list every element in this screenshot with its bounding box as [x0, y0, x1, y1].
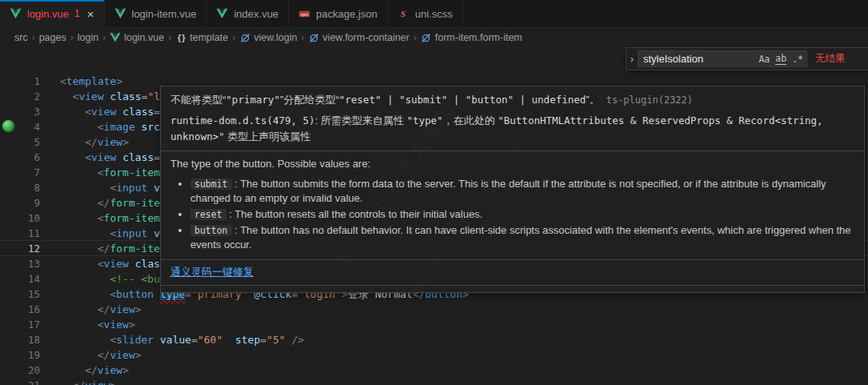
- svg-text:S: S: [401, 9, 406, 18]
- find-input-box: Aa ab .*: [638, 50, 807, 67]
- chevron-right-icon: ›: [232, 32, 235, 43]
- line-number[interactable]: 13: [0, 256, 40, 271]
- chevron-right-icon: ›: [168, 32, 171, 43]
- code-text: <form-item: [60, 165, 160, 180]
- code-text: </view>: [60, 302, 142, 317]
- symbol-icon: [308, 32, 319, 43]
- error-hover-tooltip: 不能将类型“"primary"”分配给类型“"reset" | "submit"…: [160, 86, 865, 293]
- line-number[interactable]: 3: [0, 104, 40, 119]
- image-preview-gutter-icon[interactable]: [2, 120, 14, 132]
- chevron-right-icon: ›: [102, 32, 106, 43]
- line-number[interactable]: 15: [0, 287, 40, 302]
- line-number[interactable]: 9: [0, 195, 40, 211]
- tab-uni.scss[interactable]: Suni.scss: [388, 0, 463, 27]
- vscode-window: login.vue1×login-item.vueindex.vuenpmpac…: [0, 0, 868, 385]
- hover-error-message: 不能将类型“"primary"”分配给类型“"reset" | "submit"…: [161, 86, 864, 150]
- line-number[interactable]: 10: [0, 211, 40, 226]
- breadcrumb-item-src[interactable]: src: [14, 32, 28, 43]
- code-text: <input v: [60, 226, 160, 241]
- code-text: <view class=: [60, 104, 160, 119]
- doc-bullet-button: button : The button has no default behav…: [190, 223, 854, 252]
- code-text: </view>: [60, 134, 129, 150]
- inline-code-chip: button: [190, 225, 232, 236]
- line-number[interactable]: 6: [0, 150, 40, 165]
- sass-icon: S: [398, 8, 410, 20]
- inline-code-chip: submit: [190, 178, 232, 190]
- code-text: <input v: [60, 180, 160, 195]
- line-number[interactable]: 17: [0, 317, 40, 332]
- vue-icon: [114, 8, 126, 20]
- code-text: <view class=: [60, 150, 160, 165]
- error-source-code: ts-plugin(2322): [606, 94, 693, 106]
- code-text: <image src: [60, 119, 160, 134]
- line-number[interactable]: 8: [0, 180, 40, 195]
- chevron-right-icon: ›: [301, 32, 304, 43]
- code-line[interactable]: 17<view>: [0, 317, 868, 332]
- tab-label: login.vue: [27, 8, 69, 20]
- code-text: </view>: [60, 347, 142, 363]
- braces-icon: { }: [175, 32, 186, 43]
- line-number[interactable]: 16: [0, 302, 40, 317]
- line-number[interactable]: 2: [0, 89, 40, 104]
- match-case-icon[interactable]: Aa: [758, 54, 770, 65]
- code-line[interactable]: 20</view>: [0, 363, 868, 378]
- tab-login-item.vue[interactable]: login-item.vue: [105, 0, 207, 27]
- find-results-text: 无结果: [815, 52, 846, 66]
- tab-index.vue[interactable]: index.vue: [206, 0, 289, 27]
- svg-text:npm: npm: [301, 13, 308, 17]
- code-line[interactable]: 18<slider value="60" step="5" />: [0, 332, 868, 347]
- tab-package.json[interactable]: npmpackage.json: [289, 0, 388, 27]
- whole-word-icon[interactable]: ab: [775, 53, 786, 65]
- line-number[interactable]: 21: [0, 378, 40, 385]
- code-line[interactable]: 16</view>: [0, 302, 868, 317]
- breadcrumb-item-login[interactable]: login: [78, 32, 98, 43]
- line-number[interactable]: 12: [0, 241, 40, 256]
- close-icon[interactable]: ×: [87, 8, 94, 20]
- docs-intro: The type of the button. Possible values …: [170, 157, 854, 171]
- find-widget: › Aa ab .* 无结果: [626, 47, 868, 70]
- code-text: </view>: [60, 378, 116, 385]
- vue-icon: [10, 8, 22, 20]
- tab-login.vue[interactable]: login.vue1×: [0, 0, 105, 27]
- ai-quick-fix-link[interactable]: 通义灵码一键修复: [170, 266, 254, 278]
- problems-badge: 1: [74, 8, 80, 19]
- toggle-replace-icon[interactable]: ›: [626, 48, 638, 70]
- symbol-icon: [239, 32, 250, 43]
- code-text: <template>: [60, 74, 122, 89]
- breadcrumb-item-view.login[interactable]: view.login: [239, 32, 297, 43]
- breadcrumb-item-form-item.form-item[interactable]: form-item.form-item: [421, 32, 522, 43]
- code-text: <view clas: [60, 256, 160, 271]
- vue-icon: [216, 8, 228, 20]
- breadcrumb-item-template[interactable]: { }template: [175, 32, 228, 43]
- line-number[interactable]: 5: [0, 134, 40, 150]
- npm-icon: npm: [298, 8, 310, 20]
- line-number[interactable]: 18: [0, 332, 40, 347]
- chevron-right-icon: ›: [70, 32, 74, 43]
- tab-bar: login.vue1×login-item.vueindex.vuenpmpac…: [0, 0, 868, 28]
- error-location-link[interactable]: runtime-dom.d.ts(479, 5): [170, 114, 315, 126]
- breadcrumb-item-view.form-container[interactable]: view.form-container: [308, 32, 409, 43]
- chevron-right-icon: ›: [414, 32, 417, 43]
- breadcrumb-item-pages[interactable]: pages: [39, 32, 66, 43]
- chevron-right-icon: ›: [32, 32, 35, 43]
- code-line[interactable]: 21</view>: [0, 378, 868, 385]
- line-number[interactable]: 7: [0, 165, 40, 180]
- tab-label: package.json: [316, 8, 378, 20]
- code-text: <view>: [60, 317, 135, 332]
- inline-code-chip: reset: [190, 209, 226, 220]
- line-number[interactable]: 1: [0, 74, 40, 89]
- code-text: <slider value="60" step="5" />: [60, 332, 304, 347]
- tab-label: index.vue: [234, 8, 278, 20]
- line-number[interactable]: 20: [0, 363, 40, 378]
- vue-icon: [110, 32, 121, 43]
- code-line[interactable]: 19</view>: [0, 347, 868, 363]
- search-input[interactable]: [643, 53, 753, 65]
- code-text: </form-ite: [60, 241, 160, 256]
- line-number[interactable]: 19: [0, 347, 40, 363]
- regex-icon[interactable]: .*: [792, 54, 803, 65]
- hover-footer: [161, 286, 864, 292]
- line-number[interactable]: 14: [0, 271, 40, 287]
- line-number[interactable]: 11: [0, 226, 40, 241]
- breadcrumb-item-login.vue[interactable]: login.vue: [110, 32, 164, 43]
- code-text: </form-ite: [60, 195, 160, 211]
